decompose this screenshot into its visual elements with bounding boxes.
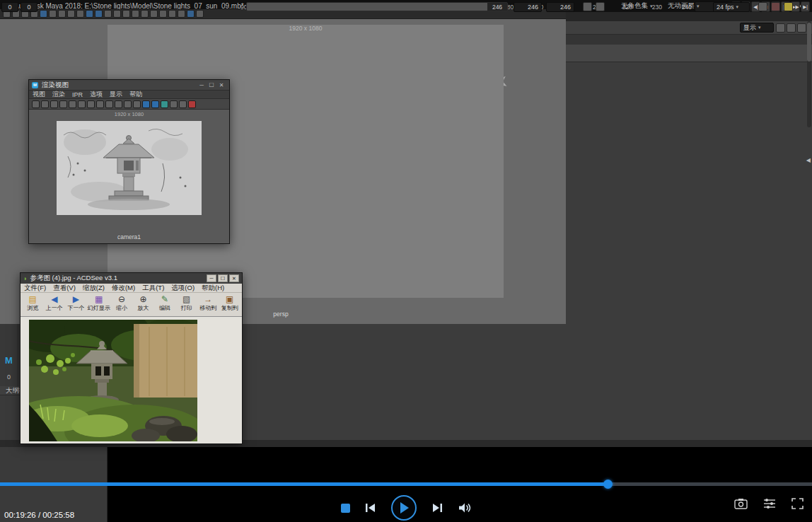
auto-keyframe-icon[interactable] [771,2,780,11]
render-view-toolbar-icon[interactable] [179,100,187,108]
maximize-icon[interactable]: ☐ [207,81,216,89]
acdsee-menu-item[interactable]: 缩放(Z) [79,284,108,293]
graph-editor-icon[interactable] [596,2,605,11]
viewport-toolbar-icon[interactable] [113,10,121,18]
render-view-toolbar-icon[interactable] [115,100,122,108]
close-icon[interactable]: ✕ [216,81,226,89]
render-view-toolbar-icon[interactable] [78,100,86,108]
render-view-toolbar-icon[interactable] [59,100,67,108]
acdsee-menu-item[interactable]: 工具(T) [139,284,168,293]
acdsee-toolbar-button[interactable]: ▦ 幻灯显示 [88,294,110,312]
render-view-toolbar-icon[interactable] [188,100,196,108]
anim-end-field[interactable]: 246 [546,2,574,12]
acdsee-toolbar-button[interactable]: → 移动到 [199,294,218,312]
snapshot-icon[interactable] [734,498,748,509]
render-view-menu-item[interactable]: IPR [69,91,86,98]
render-view-toolbar-icon[interactable] [87,100,95,108]
render-view-toolbar-icon[interactable] [32,100,40,108]
panel-collapse-icon[interactable]: ◀ [806,157,811,163]
fps-dropdown[interactable]: 24 fps▾ [713,2,750,12]
stop-button[interactable] [341,504,350,513]
render-view-toolbar-icon[interactable] [142,100,150,108]
acdsee-toolbar-button[interactable]: ✎ 编辑 [156,294,175,312]
acdsee-toolbar-button[interactable]: ▤ 浏览 [23,294,42,312]
range-end-handle[interactable]: 246 [487,3,507,11]
acdsee-menu-item[interactable]: 修改(M) [108,284,139,293]
anim-layer-dropdown[interactable]: 无动画层▾ [668,1,700,11]
viewport-toolbar-icon[interactable] [168,10,176,18]
viewport-toolbar-icon[interactable] [40,10,47,18]
viewport-toolbar-icon[interactable] [86,10,93,18]
anim-start-field[interactable]: 0 [1,2,18,12]
previous-button[interactable] [364,502,377,514]
statusline-icon[interactable] [776,23,785,33]
viewport-toolbar-icon[interactable] [132,10,139,18]
acdsee-toolbar-button[interactable]: ▧ 打印 [177,294,196,312]
render-view-toolbar-icon[interactable] [105,100,113,108]
render-view-titlebar[interactable]: M 渲染视图 ─ ☐ ✕ [29,80,229,91]
viewport-toolbar-icon[interactable] [141,10,149,18]
close-icon[interactable]: ✕ [229,274,239,282]
render-view-toolbar-icon[interactable] [133,100,141,108]
render-view-menu-item[interactable]: 显示 [106,90,126,99]
acdsee-titlebar[interactable]: ◗ 参考图 (4).jpg - ACDSee v3.1 ─ ☐ ✕ [21,273,242,284]
video-progress-handle[interactable] [603,480,613,489]
video-progress-bar[interactable] [0,482,812,486]
viewport-toolbar-icon[interactable] [196,10,204,18]
render-view-menu-item[interactable]: 选项 [86,90,106,99]
acdsee-menu-item[interactable]: 选项(O) [168,284,198,293]
acdsee-toolbar-button[interactable]: ⊕ 放大 [134,294,153,312]
minimize-icon[interactable]: ─ [207,274,216,282]
statusline-icon[interactable] [797,23,806,33]
playback-end-field[interactable]: 246 [514,2,542,12]
viewport-toolbar-icon[interactable] [67,10,75,18]
viewport-toolbar-icon[interactable] [104,10,112,18]
acdsee-toolbar-button[interactable]: ▣ 复制到 [221,294,240,312]
render-view-toolbar-icon[interactable] [170,100,178,108]
acdsee-menu-item[interactable]: 查看(V) [50,284,79,293]
display-dropdown[interactable]: 显示▾ [740,23,774,33]
acdsee-menu-item[interactable]: 文件(F) [21,284,50,293]
viewport-toolbar-icon[interactable] [76,10,84,18]
fullscreen-icon[interactable] [791,498,804,509]
acdsee-toolbar-button[interactable]: ▶ 下一个 [66,294,86,312]
render-view-toolbar-icon[interactable] [161,100,168,108]
acdsee-toolbar-button[interactable]: ◀ 上一个 [45,294,64,312]
animation-preferences-icon[interactable] [784,2,793,11]
render-view-toolbar-icon[interactable] [41,100,49,108]
range-slider-bar[interactable]: 246 [246,2,508,11]
render-view-toolbar-icon[interactable] [50,100,58,108]
play-button[interactable] [391,495,417,521]
viewport-toolbar-icon[interactable] [150,10,158,18]
next-button[interactable] [431,502,443,514]
playback-start-field[interactable]: 0 [21,2,37,12]
character-set-dropdown[interactable]: 无角色集▾ [621,1,653,11]
playback-button[interactable]: ▶| [801,1,810,12]
render-view-canvas[interactable]: 1920 x 1080 [29,110,229,243]
viewport-toolbar-icon[interactable] [122,10,130,18]
timeline-tick[interactable]: 230 [652,4,662,11]
maximize-icon[interactable]: ☐ [218,274,228,282]
viewport-toolbar-icon[interactable] [187,10,195,18]
render-view-menu-item[interactable]: 渲染 [49,90,69,99]
viewport-toolbar-icon[interactable] [58,10,66,18]
minimize-icon[interactable]: ─ [197,81,207,89]
comment-icon[interactable] [758,2,767,11]
bookmark-icon[interactable] [583,2,592,11]
render-view-toolbar-icon[interactable] [151,100,159,108]
settings-sliders-icon[interactable] [763,498,776,509]
render-view-menu-item[interactable]: 帮助 [126,90,146,99]
render-view-toolbar-icon[interactable] [124,100,132,108]
volume-button[interactable] [458,502,472,514]
viewport-toolbar-icon[interactable] [49,10,57,18]
acdsee-menu-item[interactable]: 帮助(H) [198,284,228,293]
render-view-menu-item[interactable]: 视图 [29,90,49,99]
viewport-toolbar-icon[interactable] [95,10,103,18]
viewport-toolbar-icon[interactable] [159,10,167,18]
render-view-toolbar-icon[interactable] [69,100,76,108]
channel-box-scrollbar[interactable] [807,21,811,127]
statusline-icon[interactable] [787,23,796,33]
acdsee-toolbar-button[interactable]: ⊖ 缩小 [112,294,132,312]
viewport-toolbar-icon[interactable] [178,10,185,18]
render-view-toolbar-icon[interactable] [96,100,104,108]
